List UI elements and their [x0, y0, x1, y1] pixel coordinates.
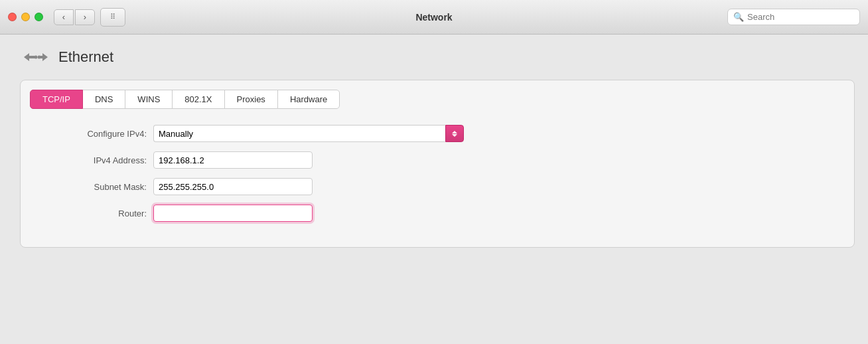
router-input[interactable] — [153, 205, 313, 222]
configure-ipv4-label: Configure IPv4: — [47, 129, 153, 139]
ipv4-address-row: IPv4 Address: — [47, 151, 828, 169]
tab-tcpip[interactable]: TCP/IP — [30, 90, 83, 109]
tab-proxies[interactable]: Proxies — [224, 90, 278, 109]
subnet-mask-input[interactable] — [153, 178, 313, 195]
grid-icon: ⠿ — [110, 13, 116, 21]
subnet-mask-row: Subnet Mask: — [47, 178, 828, 195]
tab-hardware[interactable]: Hardware — [277, 90, 340, 109]
traffic-lights — [8, 13, 43, 21]
stepper-button[interactable] — [445, 125, 464, 142]
configure-ipv4-row: Configure IPv4: — [47, 125, 828, 142]
stepper-up-icon — [452, 131, 457, 133]
chevron-left-icon: ‹ — [62, 12, 65, 22]
tab-dns[interactable]: DNS — [82, 90, 125, 109]
ethernet-header: Ethernet — [20, 45, 855, 69]
network-panel: TCP/IP DNS WINS 802.1X Proxies Hardware … — [20, 80, 855, 248]
titlebar: ‹ › ⠿ Network 🔍 — [0, 0, 868, 35]
grid-view-button[interactable]: ⠿ — [100, 8, 125, 27]
search-bar: 🔍 — [727, 9, 860, 25]
configure-ipv4-control — [153, 125, 464, 142]
nav-forward-button[interactable]: › — [75, 9, 95, 25]
svg-marker-0 — [24, 53, 35, 61]
ethernet-icon — [20, 45, 52, 69]
configure-ipv4-select[interactable] — [153, 125, 445, 142]
main-content: Ethernet TCP/IP DNS WINS 802.1X Proxies … — [0, 35, 868, 258]
minimize-button[interactable] — [21, 13, 30, 21]
ethernet-label: Ethernet — [58, 48, 113, 66]
maximize-button[interactable] — [35, 13, 43, 21]
svg-marker-3 — [40, 53, 48, 61]
nav-back-button[interactable]: ‹ — [54, 9, 74, 25]
tab-8021x[interactable]: 802.1X — [172, 90, 224, 109]
tab-wins[interactable]: WINS — [125, 90, 173, 109]
close-button[interactable] — [8, 13, 17, 21]
svg-point-1 — [35, 56, 38, 59]
form-area: Configure IPv4: IPv4 Address: Subnet Mas… — [21, 109, 854, 247]
search-icon: 🔍 — [733, 12, 744, 22]
svg-point-2 — [38, 56, 41, 59]
router-row: Router: — [47, 205, 828, 222]
nav-buttons: ‹ › — [54, 9, 95, 25]
ipv4-address-label: IPv4 Address: — [47, 155, 153, 165]
subnet-mask-label: Subnet Mask: — [47, 182, 153, 192]
router-label: Router: — [47, 209, 153, 218]
window-title: Network — [415, 12, 452, 23]
tabs-bar: TCP/IP DNS WINS 802.1X Proxies Hardware — [21, 80, 854, 109]
chevron-right-icon: › — [84, 12, 86, 22]
ipv4-address-input[interactable] — [153, 151, 313, 169]
stepper-down-icon — [452, 134, 457, 137]
search-input[interactable] — [747, 12, 854, 22]
